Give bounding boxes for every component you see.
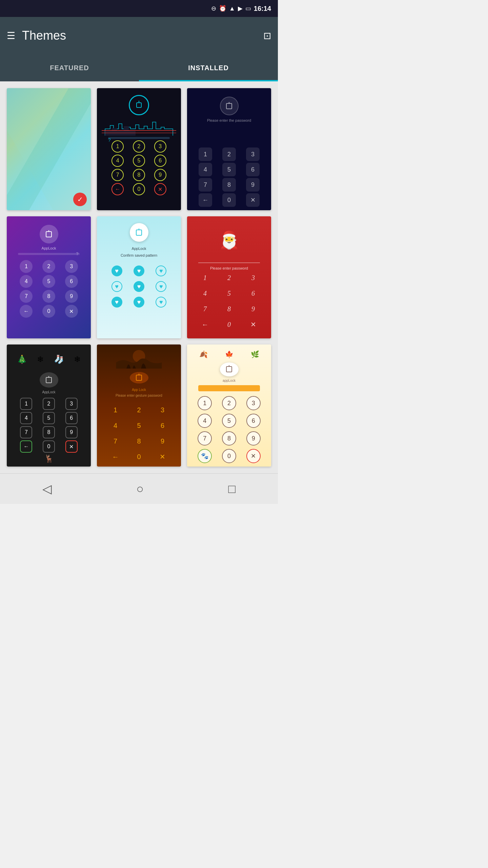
xmas-reindeer: 🦌 [44, 454, 54, 463]
purple-back: ← [20, 305, 33, 318]
neon-back: ← [111, 183, 124, 195]
home-button[interactable]: ○ [136, 482, 144, 496]
svg-rect-4 [226, 103, 232, 109]
theme-preview-1: ✓ [7, 88, 91, 210]
page-title: Themes [22, 28, 257, 43]
leaf-3: 🌿 [251, 350, 259, 358]
theme-card-6[interactable]: 🎅 Please enter password 1 2 3 4 5 6 7 8 … [187, 216, 271, 338]
xmas-logo [40, 372, 58, 388]
teal-label: AppLock [132, 246, 146, 251]
xmas-back: ← [20, 440, 32, 453]
tab-installed-label: INSTALLED [188, 64, 229, 72]
city-skyline [100, 119, 178, 136]
status-bar: ⊖ ⏰ ▲ ▶ ▭ 16:14 [0, 0, 278, 17]
xmas-num-8: 8 [43, 426, 55, 438]
purple-num-9: 9 [65, 290, 78, 303]
halloween-hint: Please enter gesture password [116, 394, 162, 397]
minus-icon: ⊖ [211, 5, 216, 12]
neon-input-bar: ? [108, 137, 170, 139]
leaf-1: 🍂 [199, 350, 208, 358]
theme-card-4[interactable]: AppLock ? 1 2 3 4 5 6 7 8 9 ← 0 ✕ [7, 216, 91, 338]
status-icons: ⊖ ⏰ ▲ ▶ ▭ 16:14 [211, 5, 271, 13]
neon-logo [129, 95, 149, 115]
wifi-icon: ▲ [229, 5, 235, 12]
theme-card-3[interactable]: Please enter the password 1 2 3 4 5 6 7 … [187, 88, 271, 210]
pattern-dot-7: ♥ [111, 297, 122, 308]
autumn-num-0: 0 [222, 449, 236, 463]
neon-num-3: 3 [154, 140, 166, 153]
pattern-grid: ♥ ♥ ♥ ♥ ♥ ♥ ♥ ♥ ♥ [108, 265, 170, 308]
xmas-numpad: 1 2 3 4 5 6 7 8 9 ← 0 ✕ [16, 398, 82, 453]
ornament-3: 🧦 [54, 355, 64, 364]
tab-featured[interactable]: FEATURED [0, 54, 139, 81]
theme-card-7[interactable]: 🎄 ❄ 🧦 ❄ AppLock 1 2 3 4 5 6 7 8 [7, 344, 91, 467]
pattern-dot-5: ♥ [134, 281, 144, 292]
neon-num-4: 4 [111, 155, 124, 167]
xmas-num-0: 0 [43, 440, 55, 453]
theme-card-9[interactable]: 🍂 🍁 🌿 appLock 1 2 3 4 5 6 7 8 [187, 344, 271, 467]
theme-card-2[interactable]: ? 1 2 3 4 5 6 7 8 9 ← 0 ✕ [97, 88, 181, 210]
purple-input: ? [18, 253, 80, 255]
autumn-num-6: 6 [246, 414, 261, 428]
space-num-9: 9 [246, 178, 260, 192]
xmas-num-1: 1 [20, 398, 32, 410]
space-text: Please enter the password [207, 118, 251, 122]
pattern-dot-9: ♥ [156, 297, 166, 308]
svg-rect-6 [46, 232, 52, 237]
purple-num-7: 7 [20, 290, 33, 303]
christmas-num-7: 7 [199, 302, 211, 315]
halloween-logo [130, 372, 148, 383]
neon-num-0: 0 [133, 183, 145, 195]
halloween-num-3: 3 [156, 403, 169, 416]
back-button[interactable]: ◁ [42, 482, 52, 496]
theme-preview-8: App Lock Please enter gesture password 1… [97, 344, 181, 467]
space-num-0: 0 [222, 193, 236, 207]
header: ☰ Themes ⊡ [0, 17, 278, 54]
purple-num-0: 0 [42, 305, 55, 318]
neon-cancel: ✕ [154, 183, 166, 195]
xmas-num-2: 2 [43, 398, 55, 410]
autumn-num-1: 1 [198, 396, 212, 410]
neon-num-7: 7 [111, 169, 124, 181]
pattern-dot-3: ♥ [156, 265, 166, 276]
autumn-label: appLock [223, 379, 236, 382]
autumn-num-4: 4 [198, 414, 212, 428]
christmas-num-9: 9 [247, 302, 260, 315]
halloween-bg [100, 348, 178, 369]
pattern-dot-4: ♥ [111, 281, 122, 292]
space-num-6: 6 [246, 163, 260, 176]
ornament-4: ❄ [74, 355, 81, 364]
halloween-num-6: 6 [156, 419, 169, 432]
halloween-back: ← [109, 450, 122, 463]
space-num-3: 3 [246, 147, 260, 161]
xmas-num-9: 9 [65, 426, 78, 438]
xmas-num-6: 6 [65, 412, 78, 424]
space-logo [220, 97, 239, 115]
selected-badge: ✓ [73, 193, 87, 206]
tab-installed[interactable]: INSTALLED [139, 54, 278, 81]
pattern-dot-2: ♥ [134, 265, 144, 276]
menu-icon[interactable]: ☰ [7, 30, 15, 41]
christmas-divider [198, 262, 260, 263]
purple-cancel: ✕ [65, 305, 78, 318]
christmas-num-4: 4 [199, 287, 211, 300]
theme-card-5[interactable]: AppLock Confirm saved pattern ♥ ♥ ♥ ♥ ♥ … [97, 216, 181, 338]
christmas-back: ← [199, 318, 211, 331]
ornament-top: 🎄 ❄ 🧦 ❄ [10, 348, 87, 371]
autumn-back: 🐾 [198, 449, 212, 463]
recents-button[interactable]: □ [228, 482, 236, 496]
tab-featured-label: FEATURED [50, 64, 89, 72]
pattern-dot-1: ♥ [111, 265, 122, 276]
autumn-num-3: 3 [246, 396, 261, 410]
autumn-cancel: ✕ [246, 449, 261, 463]
theme-card-8[interactable]: App Lock Please enter gesture password 1… [97, 344, 181, 467]
autumn-numpad: 1 2 3 4 5 6 7 8 9 🐾 0 ✕ [194, 396, 264, 463]
neon-num-6: 6 [154, 155, 166, 167]
crop-icon[interactable]: ⊡ [263, 30, 271, 41]
theme-card-1[interactable]: ✓ [7, 88, 91, 210]
purple-num-5: 5 [42, 275, 55, 288]
theme-preview-9: 🍂 🍁 🌿 appLock 1 2 3 4 5 6 7 8 [187, 344, 271, 467]
christmas-num-1: 1 [199, 271, 211, 284]
space-num-5: 5 [222, 163, 236, 176]
autumn-logo [220, 362, 239, 376]
